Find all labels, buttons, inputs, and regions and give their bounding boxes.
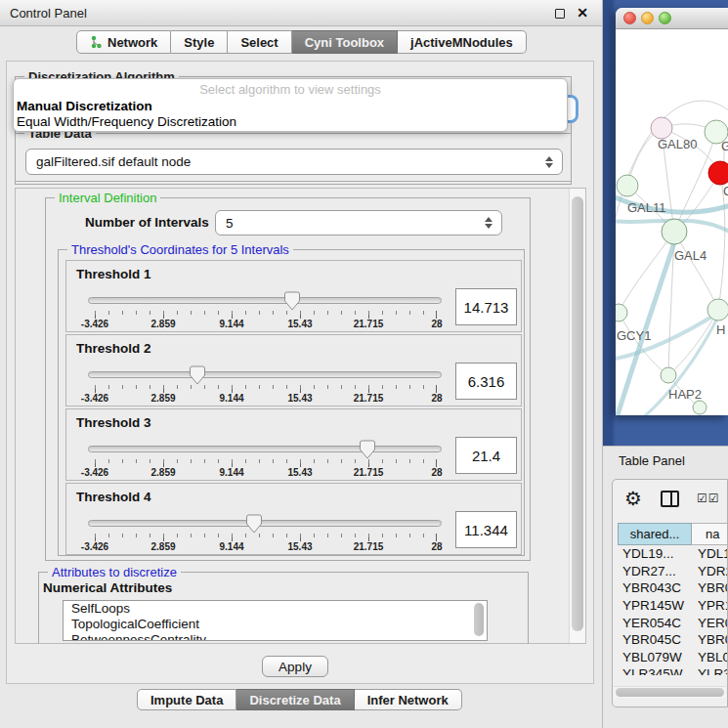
table-horizontal-scrollbar[interactable]: [614, 686, 726, 698]
column-header-name[interactable]: na: [692, 523, 728, 545]
tab-network[interactable]: Network: [76, 30, 171, 54]
algorithm-hint: Select algorithm to view settings: [14, 82, 567, 97]
node-label: GCY1: [617, 328, 651, 343]
tab-infer-network[interactable]: Infer Network: [355, 689, 462, 710]
network-node[interactable]: [616, 304, 627, 321]
slider-track[interactable]: [88, 371, 442, 378]
combo-arrows-icon: [545, 156, 553, 168]
slider-handle[interactable]: [246, 514, 263, 534]
attributes-group-title: Attributes to discretize: [48, 565, 181, 579]
network-node[interactable]: [651, 117, 672, 139]
algorithm-dropdown-popup: Select algorithm to view settings Manual…: [13, 78, 568, 132]
gear-icon[interactable]: ⚙: [624, 487, 642, 510]
threshold-3-value-field[interactable]: 21.4: [455, 437, 517, 474]
table-rows: YDL19...YDL1 YDR27...YDR2 YBR043CYBR0 YP…: [618, 545, 728, 675]
slider-handle[interactable]: [359, 440, 375, 459]
slider-scale: -3.426 2.859 9.144 15.43 21.715 28: [95, 319, 437, 330]
interval-definition-title: Interval Definition: [55, 191, 160, 205]
tab-style[interactable]: Style: [171, 30, 228, 54]
network-node[interactable]: [708, 161, 728, 185]
table-data-group: Table Data galFiltered.sif default node: [15, 133, 572, 185]
table-row[interactable]: YER054CYER0: [618, 614, 728, 631]
scrollbar-thumb[interactable]: [474, 603, 484, 636]
list-item[interactable]: TopologicalCoefficient: [64, 617, 487, 632]
table-panel-title: Table Panel: [619, 453, 685, 468]
float-window-icon[interactable]: [555, 9, 565, 19]
control-panel-titlebar: Control Panel ✕: [0, 0, 602, 26]
table-row[interactable]: YPR145WYPR1: [618, 597, 728, 615]
network-node[interactable]: [693, 401, 707, 414]
network-edge[interactable]: [674, 232, 718, 310]
panel-title: Control Panel: [10, 6, 87, 21]
table-row[interactable]: YBL079WYBL0: [618, 649, 728, 666]
num-intervals-combo[interactable]: 5: [215, 210, 502, 236]
apply-button[interactable]: Apply: [262, 656, 328, 677]
close-traffic-light-icon[interactable]: [623, 12, 636, 24]
tab-label: Network: [107, 35, 157, 50]
num-intervals-value: 5: [226, 216, 234, 231]
network-window[interactable]: GAL80GACGAL11GAL4GCY1HHAP2: [616, 8, 728, 415]
table-row[interactable]: YLR345WYLR3: [618, 665, 728, 675]
thresholds-group: Threshold's Coordinates for 5 Intervals …: [58, 249, 525, 556]
zoom-traffic-light-icon[interactable]: [659, 12, 671, 24]
table-row[interactable]: YDR27...YDR2: [618, 563, 728, 580]
threshold-4-box: Threshold 4 -3.426 2.859 9.144 15.43 21.…: [65, 483, 522, 555]
threshold-2-slider[interactable]: -3.426 2.859 9.144 15.43 21.715 28: [88, 364, 442, 406]
threshold-1-slider[interactable]: -3.426 2.859 9.144 15.43 21.715 28: [88, 290, 442, 331]
bottom-tab-bar: Impute Data Discretize Data Infer Networ…: [137, 689, 462, 710]
table-panel: Table Panel ⚙ ☑☑ shared... na YDL19...YD…: [603, 446, 728, 728]
tab-jactivemnodules[interactable]: jActiveMNodules: [398, 30, 527, 54]
numerical-attributes-list[interactable]: SelfLoops TopologicalCoefficient Between…: [63, 600, 488, 641]
threshold-4-value-field[interactable]: 11.344: [455, 511, 517, 548]
list-item[interactable]: SelfLoops: [64, 601, 487, 617]
slider-track[interactable]: [88, 520, 442, 527]
close-icon[interactable]: ✕: [577, 5, 588, 21]
select-columns-icon[interactable]: ☑☑: [697, 492, 720, 505]
table-data-combo[interactable]: galFiltered.sif default node: [25, 149, 563, 175]
threshold-2-box: Threshold 2 -3.426 2.859 9.144 15.43 21.…: [65, 334, 522, 407]
tab-impute-data[interactable]: Impute Data: [137, 689, 236, 710]
network-node[interactable]: [707, 299, 728, 321]
scrollbar-thumb[interactable]: [616, 688, 724, 697]
slider-scale: -3.426 2.859 9.144 15.43 21.715 28: [95, 393, 437, 405]
threshold-label: Threshold 4: [76, 490, 151, 504]
interval-definition-group: Interval Definition Number of Intervals …: [45, 197, 531, 561]
slider-handle[interactable]: [283, 291, 300, 311]
top-tab-bar: Network Style Select Cyni Toolbox jActiv…: [76, 30, 527, 54]
threshold-label: Threshold 3: [76, 415, 151, 430]
table-row[interactable]: YDL19...YDL1: [618, 545, 728, 563]
settings-scroll-area: Interval Definition Number of Intervals …: [15, 188, 586, 644]
list-item[interactable]: BetweennessCentrality: [64, 632, 487, 641]
split-columns-icon[interactable]: [661, 491, 679, 507]
table-row[interactable]: YBR043CYBR0: [618, 579, 728, 597]
threshold-3-slider[interactable]: -3.426 2.859 9.144 15.43 21.715 28: [88, 439, 442, 480]
settings-vertical-scrollbar[interactable]: [569, 189, 585, 643]
table-row[interactable]: YBR045CYBR0: [618, 631, 728, 649]
network-icon: [90, 35, 103, 49]
network-window-titlebar[interactable]: [616, 8, 728, 29]
column-header-shared-name[interactable]: shared...: [618, 523, 692, 545]
node-label: HAP2: [668, 387, 702, 402]
network-node[interactable]: [662, 219, 687, 244]
threshold-2-value-field[interactable]: 6.316: [455, 363, 517, 400]
slider-scale: -3.426 2.859 9.144 15.43 21.715 28: [95, 541, 437, 553]
scrollbar-thumb[interactable]: [572, 196, 583, 631]
option-manual-discretization[interactable]: Manual Discretization: [17, 99, 152, 113]
list-scrollbar[interactable]: [473, 603, 485, 638]
network-node[interactable]: [617, 175, 638, 196]
threshold-label: Threshold 1: [76, 267, 151, 281]
network-canvas[interactable]: GAL80GACGAL11GAL4GCY1HHAP2: [616, 29, 728, 415]
network-node[interactable]: [661, 367, 676, 383]
tab-discretize-data[interactable]: Discretize Data: [236, 689, 354, 710]
option-equal-width-frequency[interactable]: Equal Width/Frequency Discretization: [17, 114, 236, 129]
tab-select[interactable]: Select: [228, 30, 291, 54]
slider-track[interactable]: [88, 446, 442, 452]
tab-cyni-toolbox[interactable]: Cyni Toolbox: [292, 30, 398, 54]
minimize-traffic-light-icon[interactable]: [641, 12, 654, 24]
threshold-4-slider[interactable]: -3.426 2.859 9.144 15.43 21.715 28: [88, 513, 442, 554]
slider-handle[interactable]: [190, 365, 206, 385]
threshold-1-value-field[interactable]: 14.713: [455, 288, 517, 325]
node-label: GAL80: [658, 137, 697, 151]
slider-track[interactable]: [88, 297, 442, 304]
desktop-background: GAL80GACGAL11GAL4GCY1HHAP2: [603, 0, 728, 446]
